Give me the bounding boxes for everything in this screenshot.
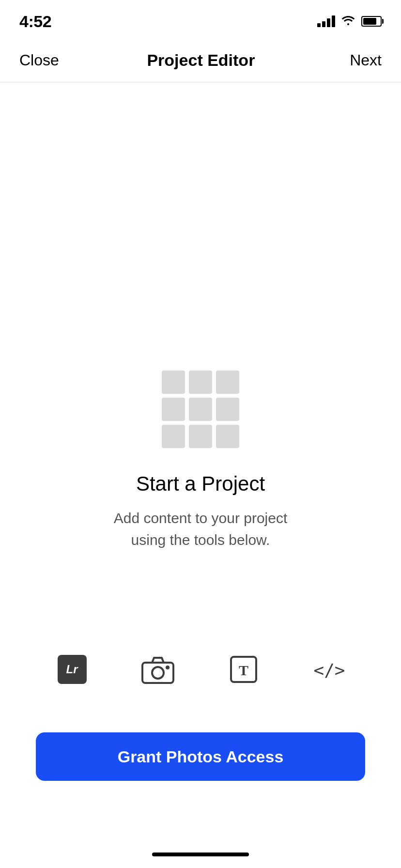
status-icons xyxy=(317,15,382,28)
text-tool[interactable]: T xyxy=(227,652,261,686)
next-button[interactable]: Next xyxy=(343,51,382,69)
text-icon: T xyxy=(227,652,261,686)
grid-cell xyxy=(162,425,185,448)
grid-cell xyxy=(162,398,185,421)
page-title: Project Editor xyxy=(59,51,343,70)
close-button[interactable]: Close xyxy=(19,51,59,69)
grant-button-label: Grant Photos Access xyxy=(118,747,284,766)
start-subtitle: Add content to your projectusing the too… xyxy=(114,507,288,551)
svg-text:T: T xyxy=(238,662,248,678)
code-icon: </> xyxy=(312,652,346,686)
grant-button-container: Grant Photos Access xyxy=(0,732,401,781)
project-grid-icon xyxy=(162,371,239,448)
home-indicator xyxy=(152,852,249,856)
start-title: Start a Project xyxy=(136,472,265,496)
status-time: 4:52 xyxy=(19,12,51,31)
grid-cell xyxy=(189,371,212,394)
lr-icon: Lr xyxy=(55,652,89,686)
grant-photos-button[interactable]: Grant Photos Access xyxy=(36,732,365,781)
signal-icon xyxy=(317,16,335,27)
svg-text:</>: </> xyxy=(313,660,345,680)
code-tool[interactable]: </> xyxy=(312,652,346,686)
grid-cell xyxy=(189,398,212,421)
wifi-icon xyxy=(341,15,355,28)
camera-icon xyxy=(141,652,175,686)
svg-point-1 xyxy=(152,667,164,679)
svg-point-2 xyxy=(166,666,170,669)
toolbar: Lr T </> xyxy=(0,636,401,703)
lightroom-tool[interactable]: Lr xyxy=(55,652,89,686)
grid-cell xyxy=(216,371,239,394)
svg-rect-0 xyxy=(142,663,173,683)
grid-cell xyxy=(216,398,239,421)
grid-cell xyxy=(216,425,239,448)
grid-cell xyxy=(189,425,212,448)
battery-icon xyxy=(361,16,382,27)
camera-tool[interactable] xyxy=(141,652,175,686)
grid-cell xyxy=(162,371,185,394)
status-bar: 4:52 xyxy=(0,0,401,39)
nav-bar: Close Project Editor Next xyxy=(0,39,401,82)
